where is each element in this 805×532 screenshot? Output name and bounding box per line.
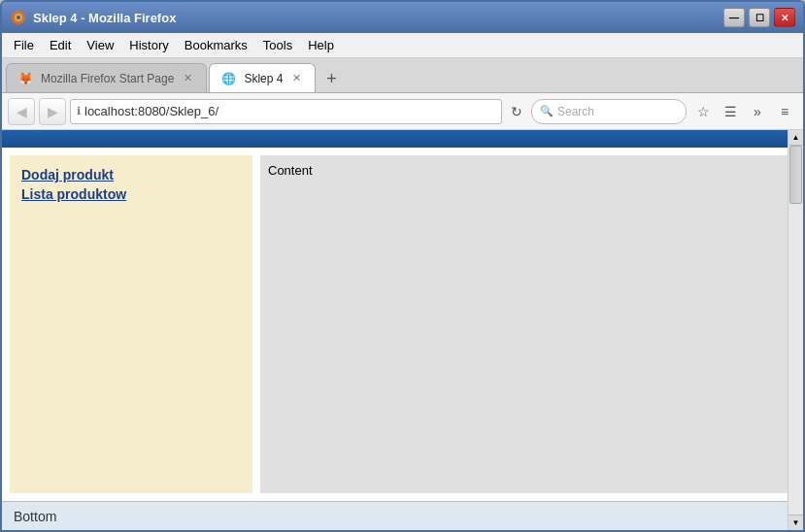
add-product-link[interactable]: Dodaj produkt [21, 167, 241, 183]
product-list-link[interactable]: Lista produktow [21, 186, 241, 202]
close-button[interactable]: ✕ [774, 8, 795, 27]
search-icon: 🔍 [540, 105, 553, 117]
tab-label-sklep: Sklep 4 [244, 72, 283, 85]
window-title: Sklep 4 - Mozilla Firefox [33, 11, 723, 25]
tab-close-firefox[interactable]: ✕ [182, 72, 194, 84]
scrollbar: ▲ ▼ [788, 130, 803, 530]
tab-icon-sklep: 🌐 [221, 72, 236, 85]
firefox-icon [10, 9, 27, 26]
tab-firefox-start[interactable]: 🦊 Mozilla Firefox Start Page ✕ [6, 63, 207, 92]
scrollbar-down-button[interactable]: ▼ [788, 515, 803, 530]
reload-button[interactable]: ↻ [506, 101, 527, 122]
tab-label-firefox: Mozilla Firefox Start Page [41, 72, 174, 85]
bottom-bar: Bottom [2, 501, 803, 530]
content-area: Content [260, 155, 795, 493]
menu-tools[interactable]: Tools [255, 36, 300, 54]
maximize-button[interactable]: ☐ [749, 8, 770, 27]
tab-icon-firefox: 🦊 [18, 72, 33, 85]
address-bar: ℹ localhost:8080/Sklep_6/ [70, 99, 502, 124]
info-icon: ℹ [77, 105, 81, 117]
new-tab-button[interactable]: + [318, 65, 345, 92]
menu-bookmarks[interactable]: Bookmarks [177, 36, 255, 54]
minimize-button[interactable]: — [723, 8, 745, 27]
menu-file[interactable]: File [6, 36, 42, 54]
window-controls: — ☐ ✕ [723, 8, 795, 27]
back-button[interactable]: ◀ [8, 98, 35, 125]
search-box[interactable]: 🔍 Search [531, 99, 687, 124]
menu-view[interactable]: View [79, 36, 121, 54]
tab-close-sklep[interactable]: ✕ [290, 72, 303, 84]
menu-history[interactable]: History [121, 36, 176, 54]
main-area: Dodaj produkt Lista produktow Content [2, 148, 803, 501]
scrollbar-track[interactable] [788, 146, 803, 515]
forward-button[interactable]: ▶ [39, 98, 66, 125]
top-blue-bar [2, 130, 803, 148]
tab-bar: 🦊 Mozilla Firefox Start Page ✕ 🌐 Sklep 4… [2, 58, 803, 93]
sidebar: Dodaj produkt Lista produktow [10, 155, 252, 493]
page-content: Dodaj produkt Lista produktow Content Bo… [2, 130, 803, 530]
hamburger-menu-button[interactable]: ≡ [772, 99, 797, 124]
title-bar: Sklep 4 - Mozilla Firefox — ☐ ✕ [2, 2, 803, 33]
svg-point-2 [17, 16, 20, 19]
menu-edit[interactable]: Edit [42, 36, 79, 54]
reading-list-button[interactable]: ☰ [718, 99, 743, 124]
tab-sklep[interactable]: 🌐 Sklep 4 ✕ [209, 63, 316, 92]
menu-bar: File Edit View History Bookmarks Tools H… [2, 33, 803, 58]
bottom-label: Bottom [14, 509, 56, 524]
bookmark-star-button[interactable]: ☆ [690, 99, 716, 124]
scrollbar-thumb[interactable] [789, 146, 802, 204]
content-label: Content [268, 163, 313, 178]
search-placeholder: Search [557, 105, 594, 118]
scrollbar-up-button[interactable]: ▲ [788, 130, 803, 146]
nav-extras: ☆ ☰ » ≡ [690, 99, 797, 124]
more-tools-button[interactable]: » [745, 99, 770, 124]
menu-help[interactable]: Help [300, 36, 342, 54]
nav-bar: ◀ ▶ ℹ localhost:8080/Sklep_6/ ↻ 🔍 Search… [2, 93, 803, 130]
url-text: localhost:8080/Sklep_6/ [84, 104, 495, 118]
browser-window: Sklep 4 - Mozilla Firefox — ☐ ✕ File Edi… [0, 0, 805, 532]
